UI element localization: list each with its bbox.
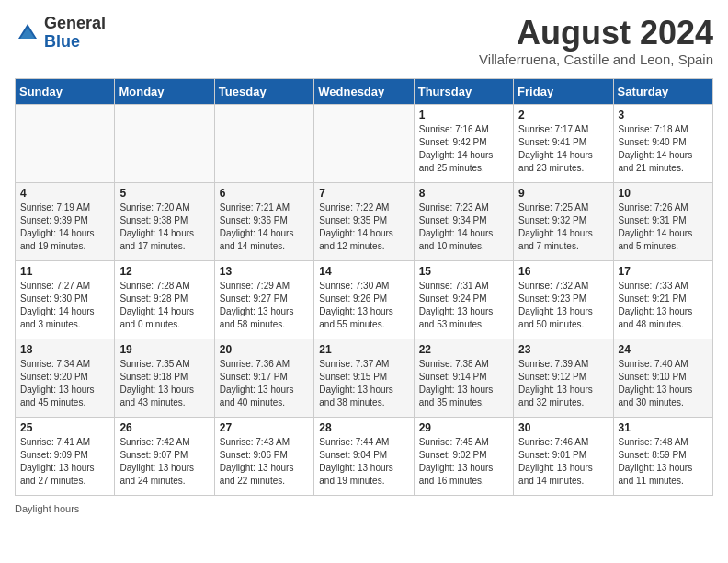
title-block: August 2024 Villaferruena, Castille and …: [479, 15, 713, 67]
header-row: SundayMondayTuesdayWednesdayThursdayFrid…: [16, 78, 713, 104]
day-info: Sunrise: 7:42 AM Sunset: 9:07 PM Dayligh…: [119, 436, 209, 488]
header-saturday: Saturday: [613, 78, 712, 104]
calendar-cell: 24Sunrise: 7:40 AM Sunset: 9:10 PM Dayli…: [613, 339, 712, 417]
calendar-cell: 17Sunrise: 7:33 AM Sunset: 9:21 PM Dayli…: [613, 260, 712, 339]
header-wednesday: Wednesday: [314, 78, 414, 104]
footer: Daylight hours: [15, 503, 713, 514]
day-info: Sunrise: 7:39 AM Sunset: 9:12 PM Dayligh…: [518, 358, 608, 409]
week-row-1: 1Sunrise: 7:16 AM Sunset: 9:42 PM Daylig…: [16, 104, 713, 182]
day-number: 16: [518, 265, 608, 278]
day-number: 20: [220, 343, 309, 356]
day-info: Sunrise: 7:43 AM Sunset: 9:06 PM Dayligh…: [220, 436, 309, 488]
day-number: 28: [319, 421, 408, 434]
calendar-cell: 29Sunrise: 7:45 AM Sunset: 9:02 PM Dayli…: [414, 417, 513, 495]
day-number: 9: [518, 187, 608, 200]
calendar-cell: 7Sunrise: 7:22 AM Sunset: 9:35 PM Daylig…: [314, 182, 414, 260]
day-number: 15: [419, 265, 508, 278]
calendar-cell: 12Sunrise: 7:28 AM Sunset: 9:28 PM Dayli…: [115, 260, 214, 339]
calendar-cell: 3Sunrise: 7:18 AM Sunset: 9:40 PM Daylig…: [613, 104, 712, 182]
calendar-cell: 25Sunrise: 7:41 AM Sunset: 9:09 PM Dayli…: [16, 417, 115, 495]
day-info: Sunrise: 7:22 AM Sunset: 9:35 PM Dayligh…: [319, 201, 408, 253]
day-info: Sunrise: 7:28 AM Sunset: 9:28 PM Dayligh…: [119, 280, 209, 331]
day-info: Sunrise: 7:44 AM Sunset: 9:04 PM Dayligh…: [319, 436, 408, 488]
calendar-cell: 16Sunrise: 7:32 AM Sunset: 9:23 PM Dayli…: [514, 260, 613, 339]
header-sunday: Sunday: [16, 78, 115, 104]
day-info: Sunrise: 7:35 AM Sunset: 9:18 PM Dayligh…: [119, 358, 209, 409]
calendar-cell: 30Sunrise: 7:46 AM Sunset: 9:01 PM Dayli…: [514, 417, 613, 495]
calendar-cell: [115, 104, 214, 182]
day-number: 1: [419, 109, 508, 121]
header-thursday: Thursday: [414, 78, 513, 104]
day-number: 6: [220, 187, 309, 200]
day-info: Sunrise: 7:38 AM Sunset: 9:14 PM Dayligh…: [419, 358, 508, 409]
day-number: 11: [20, 265, 109, 278]
day-info: Sunrise: 7:37 AM Sunset: 9:15 PM Dayligh…: [319, 358, 408, 409]
day-number: 22: [419, 343, 508, 356]
calendar-cell: [314, 104, 414, 182]
day-info: Sunrise: 7:23 AM Sunset: 9:34 PM Dayligh…: [419, 201, 508, 253]
logo-blue: Blue: [44, 33, 106, 52]
calendar-cell: [16, 104, 115, 182]
calendar-cell: 9Sunrise: 7:25 AM Sunset: 9:32 PM Daylig…: [514, 182, 613, 260]
calendar-cell: 22Sunrise: 7:38 AM Sunset: 9:14 PM Dayli…: [414, 339, 513, 417]
calendar-cell: 5Sunrise: 7:20 AM Sunset: 9:38 PM Daylig…: [115, 182, 214, 260]
calendar-cell: 2Sunrise: 7:17 AM Sunset: 9:41 PM Daylig…: [514, 104, 613, 182]
day-number: 21: [319, 343, 408, 356]
header-friday: Friday: [514, 78, 613, 104]
calendar-cell: 11Sunrise: 7:27 AM Sunset: 9:30 PM Dayli…: [16, 260, 115, 339]
calendar-cell: 18Sunrise: 7:34 AM Sunset: 9:20 PM Dayli…: [16, 339, 115, 417]
day-info: Sunrise: 7:29 AM Sunset: 9:27 PM Dayligh…: [220, 280, 309, 331]
day-number: 12: [119, 265, 209, 278]
calendar-cell: [214, 104, 313, 182]
day-number: 8: [419, 187, 508, 200]
logo-icon: [15, 20, 40, 46]
day-number: 31: [619, 421, 708, 434]
day-info: Sunrise: 7:46 AM Sunset: 9:01 PM Dayligh…: [518, 436, 608, 488]
week-row-4: 18Sunrise: 7:34 AM Sunset: 9:20 PM Dayli…: [16, 339, 713, 417]
day-number: 10: [619, 187, 708, 200]
day-number: 5: [119, 187, 209, 200]
week-row-2: 4Sunrise: 7:19 AM Sunset: 9:39 PM Daylig…: [16, 182, 713, 260]
calendar-cell: 15Sunrise: 7:31 AM Sunset: 9:24 PM Dayli…: [414, 260, 513, 339]
day-number: 24: [619, 343, 708, 356]
day-info: Sunrise: 7:41 AM Sunset: 9:09 PM Dayligh…: [20, 436, 109, 488]
day-info: Sunrise: 7:17 AM Sunset: 9:41 PM Dayligh…: [518, 123, 608, 175]
day-number: 7: [319, 187, 408, 200]
calendar-cell: 27Sunrise: 7:43 AM Sunset: 9:06 PM Dayli…: [214, 417, 313, 495]
calendar-cell: 8Sunrise: 7:23 AM Sunset: 9:34 PM Daylig…: [414, 182, 513, 260]
calendar-cell: 31Sunrise: 7:48 AM Sunset: 8:59 PM Dayli…: [613, 417, 712, 495]
day-number: 25: [20, 421, 109, 434]
calendar-cell: 19Sunrise: 7:35 AM Sunset: 9:18 PM Dayli…: [115, 339, 214, 417]
calendar-cell: 4Sunrise: 7:19 AM Sunset: 9:39 PM Daylig…: [16, 182, 115, 260]
calendar-table: SundayMondayTuesdayWednesdayThursdayFrid…: [15, 78, 713, 496]
day-info: Sunrise: 7:18 AM Sunset: 9:40 PM Dayligh…: [619, 123, 708, 175]
calendar-cell: 21Sunrise: 7:37 AM Sunset: 9:15 PM Dayli…: [314, 339, 414, 417]
logo-general: General: [44, 15, 106, 33]
day-info: Sunrise: 7:16 AM Sunset: 9:42 PM Dayligh…: [419, 123, 508, 175]
calendar-cell: 28Sunrise: 7:44 AM Sunset: 9:04 PM Dayli…: [314, 417, 414, 495]
day-info: Sunrise: 7:36 AM Sunset: 9:17 PM Dayligh…: [220, 358, 309, 409]
calendar-cell: 10Sunrise: 7:26 AM Sunset: 9:31 PM Dayli…: [613, 182, 712, 260]
header-tuesday: Tuesday: [214, 78, 313, 104]
week-row-5: 25Sunrise: 7:41 AM Sunset: 9:09 PM Dayli…: [16, 417, 713, 495]
day-number: 18: [20, 343, 109, 356]
day-info: Sunrise: 7:45 AM Sunset: 9:02 PM Dayligh…: [419, 436, 508, 488]
day-number: 3: [619, 109, 708, 121]
day-info: Sunrise: 7:21 AM Sunset: 9:36 PM Dayligh…: [220, 201, 309, 253]
day-number: 13: [220, 265, 309, 278]
week-row-3: 11Sunrise: 7:27 AM Sunset: 9:30 PM Dayli…: [16, 260, 713, 339]
day-info: Sunrise: 7:27 AM Sunset: 9:30 PM Dayligh…: [20, 280, 109, 331]
day-info: Sunrise: 7:25 AM Sunset: 9:32 PM Dayligh…: [518, 201, 608, 253]
day-number: 14: [319, 265, 408, 278]
day-number: 27: [220, 421, 309, 434]
day-info: Sunrise: 7:32 AM Sunset: 9:23 PM Dayligh…: [518, 280, 608, 331]
month-title: August 2024: [479, 15, 713, 52]
day-info: Sunrise: 7:19 AM Sunset: 9:39 PM Dayligh…: [20, 201, 109, 253]
logo-text: General Blue: [44, 15, 106, 52]
daylight-label: Daylight hours: [15, 503, 79, 514]
day-info: Sunrise: 7:33 AM Sunset: 9:21 PM Dayligh…: [619, 280, 708, 331]
logo: General Blue: [15, 15, 106, 52]
location-subtitle: Villaferruena, Castille and Leon, Spain: [479, 52, 713, 67]
calendar-cell: 26Sunrise: 7:42 AM Sunset: 9:07 PM Dayli…: [115, 417, 214, 495]
calendar-cell: 13Sunrise: 7:29 AM Sunset: 9:27 PM Dayli…: [214, 260, 313, 339]
